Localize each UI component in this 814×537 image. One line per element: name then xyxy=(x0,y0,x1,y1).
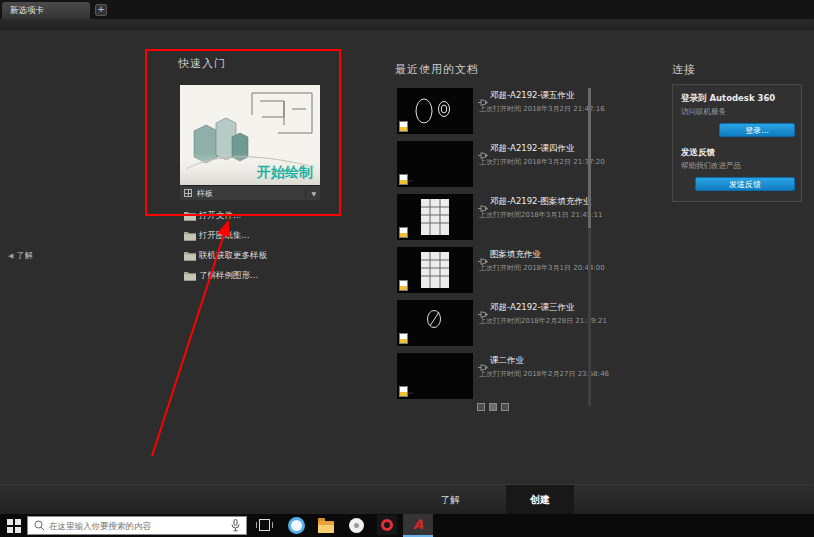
online-templates-link[interactable]: 联机获取更多样板 xyxy=(184,246,344,266)
view-mode-buttons xyxy=(477,403,509,411)
open-file-icon xyxy=(184,211,199,221)
connect-title: 连接 xyxy=(672,62,696,77)
sign-in-button[interactable]: 登录... xyxy=(719,123,795,137)
view-mode-icon[interactable] xyxy=(489,403,497,411)
doc-thumbnail[interactable] xyxy=(397,88,473,134)
chevron-down-icon[interactable]: ▼ xyxy=(305,190,316,197)
quickstart-link-label: 了解样例图形... xyxy=(199,270,258,282)
tab-new-tab[interactable]: 新选项卡 xyxy=(2,2,90,19)
doc-last-opened: 上次打开时间 2018年3月2日 21:37:20 xyxy=(479,157,605,167)
new-tab-button[interactable]: + xyxy=(95,4,107,16)
view-mode-icon[interactable] xyxy=(477,403,485,411)
start-button[interactable] xyxy=(7,519,21,533)
feedback-title: 发送反馈 xyxy=(681,147,715,159)
online-templates-icon xyxy=(184,251,199,261)
quickstart-links: 打开文件...打开图纸集...联机获取更多样板了解样例图形... xyxy=(184,206,344,286)
tab-learn[interactable]: 了解 xyxy=(428,485,472,515)
page-switcher: 了解 创建 xyxy=(0,484,814,514)
recent-doc-item[interactable]: 邓超-A2192-课四作业上次打开时间 2018年3月2日 21:37:20 xyxy=(397,141,592,187)
open-sheet-set-link[interactable]: 打开图纸集... xyxy=(184,226,344,246)
doc-last-opened: 上次打开时间2018年3月1日 21:45:11 xyxy=(479,210,602,220)
search-input[interactable] xyxy=(49,521,227,531)
scrollbar-thumb[interactable] xyxy=(588,88,591,228)
dwg-file-badge xyxy=(399,333,408,344)
template-dropdown-label: 样板 xyxy=(197,188,213,199)
toolbar-strip xyxy=(0,19,814,30)
tab-new-tab-label: 新选项卡 xyxy=(10,5,44,15)
doc-thumbnail[interactable] xyxy=(397,141,473,187)
connect-panel: 登录到 Autodesk 360 访问联机服务 登录... 发送反馈 帮助我们改… xyxy=(672,84,802,202)
doc-thumbnail[interactable] xyxy=(397,300,473,346)
autocad-taskbar-button[interactable]: A xyxy=(403,514,433,537)
music-app-icon[interactable] xyxy=(377,515,397,535)
template-dropdown[interactable]: 样板 ▼ xyxy=(180,185,320,200)
sample-drawings-icon xyxy=(184,271,199,281)
doc-thumbnail[interactable] xyxy=(397,353,473,399)
quickstart-link-label: 打开图纸集... xyxy=(199,230,250,242)
autocad-icon: A xyxy=(413,517,423,532)
doc-title: 邓超-A2192-课四作业 xyxy=(490,143,575,155)
doc-title: 邓超-A2192-课五作业 xyxy=(490,90,575,102)
feedback-subtitle: 帮助我们改进产品 xyxy=(681,161,741,171)
dwg-file-badge xyxy=(399,227,408,238)
doc-title: 邓超-A2192-图案填充作业 xyxy=(490,196,592,208)
view-mode-icon[interactable] xyxy=(501,403,509,411)
doc-last-opened: 上次打开时间 2018年3月2日 21:42:16 xyxy=(479,104,605,114)
microphone-icon[interactable] xyxy=(231,519,240,532)
doc-thumbnail[interactable] xyxy=(397,194,473,240)
dwg-file-badge xyxy=(399,174,408,185)
sign-in-title: 登录到 Autodesk 360 xyxy=(681,93,775,105)
quickstart-link-label: 联机获取更多样板 xyxy=(199,250,267,262)
tab-create[interactable]: 创建 xyxy=(506,485,574,515)
file-explorer-icon[interactable] xyxy=(318,521,334,533)
recent-list: 邓超-A2192-课五作业上次打开时间 2018年3月2日 21:42:16邓超… xyxy=(397,88,592,406)
media-app-icon[interactable] xyxy=(349,518,364,533)
autocad-new-tab-screen: { "window": { "tab_title": "新选项卡", "new_… xyxy=(0,0,814,537)
doc-title: 课二作业 xyxy=(490,355,524,367)
open-sheet-set-icon xyxy=(184,231,199,241)
send-feedback-button[interactable]: 发送反馈 xyxy=(695,177,795,191)
doc-title: 图案填充作业 xyxy=(490,249,541,261)
chevron-left-icon: ◀ xyxy=(8,252,13,260)
recent-doc-item[interactable]: 邓超-A2192-图案填充作业上次打开时间2018年3月1日 21:45:11 xyxy=(397,194,592,240)
recent-doc-item[interactable]: 图案填充作业上次打开时间 2018年3月1日 20:44:00 xyxy=(397,247,592,293)
learn-flyout-toggle[interactable]: ◀了解 xyxy=(8,250,32,261)
quick-start-title: 快速入门 xyxy=(178,56,226,71)
template-grid-icon xyxy=(184,189,192,197)
recent-docs-title: 最近使用的文档 xyxy=(395,62,479,77)
doc-title: 邓超-A2192-课三作业 xyxy=(490,302,575,314)
file-tab-bar: 新选项卡 + xyxy=(0,0,814,19)
sign-in-subtitle: 访问联机服务 xyxy=(681,107,726,117)
search-icon xyxy=(34,520,45,531)
start-drawing-illustration: 开始绘制 xyxy=(180,85,320,185)
task-view-icon[interactable] xyxy=(256,517,273,533)
open-file-link[interactable]: 打开文件... xyxy=(184,206,344,226)
recent-doc-item[interactable]: 邓超-A2192-课五作业上次打开时间 2018年3月2日 21:42:16 xyxy=(397,88,592,134)
learn-flyout-label: 了解 xyxy=(16,251,32,260)
dwg-file-badge xyxy=(399,280,408,291)
start-drawing-label: 开始绘制 xyxy=(256,164,313,180)
recent-doc-item[interactable]: 邓超-A2192-课三作业上次打开时间2018年2月28日 21:19:21 xyxy=(397,300,592,346)
taskbar-search[interactable] xyxy=(27,516,247,535)
start-drawing-tile[interactable]: 开始绘制 xyxy=(180,85,320,185)
recent-doc-item[interactable]: 课二作业上次打开时间 2018年2月27日 23:58:46 xyxy=(397,353,592,399)
recent-list-scrollbar[interactable] xyxy=(588,88,591,406)
doc-thumbnail[interactable] xyxy=(397,247,473,293)
doc-last-opened: 上次打开时间 2018年3月1日 20:44:00 xyxy=(479,263,605,273)
browser-icon[interactable] xyxy=(288,517,305,534)
sample-drawings-link[interactable]: 了解样例图形... xyxy=(184,266,344,286)
quickstart-link-label: 打开文件... xyxy=(199,210,241,222)
dwg-file-badge xyxy=(399,386,408,397)
dwg-file-badge xyxy=(399,121,408,132)
